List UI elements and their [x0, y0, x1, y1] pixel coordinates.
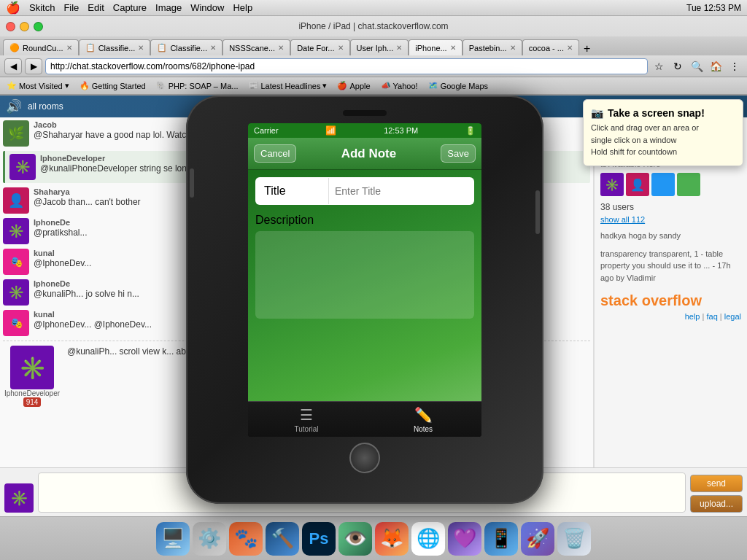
- dock-firefox[interactable]: 🦊: [375, 522, 409, 556]
- menu-file[interactable]: File: [63, 2, 79, 13]
- volume-button[interactable]: [190, 168, 194, 198]
- iphone-speaker: [343, 110, 387, 116]
- tab-0[interactable]: 🟠 RoundCu... ✕: [3, 39, 79, 55]
- bookmark-icon-2: 🐘: [156, 81, 166, 90]
- home-button[interactable]: 🏠: [708, 58, 724, 74]
- tab-close-3[interactable]: ✕: [278, 44, 284, 52]
- tab-close-5[interactable]: ✕: [396, 44, 402, 52]
- speaker-icon: 🔊: [6, 98, 22, 114]
- back-button[interactable]: ◀: [4, 58, 22, 74]
- iphone-home-button[interactable]: [349, 443, 380, 473]
- bookmark-php-soap[interactable]: 🐘 PHP: SOAP – Ma...: [152, 79, 242, 92]
- bookmark-google-maps[interactable]: 🗺️ Google Maps: [425, 79, 492, 92]
- apple-menu[interactable]: 🍎: [6, 1, 20, 15]
- tab-close-7[interactable]: ✕: [510, 44, 516, 52]
- bookmark-most-visited[interactable]: ⭐ Most Visited ▾: [3, 79, 73, 92]
- bookmark-icon-3: 📰: [249, 81, 259, 90]
- menu-capture[interactable]: Capture: [113, 2, 147, 13]
- message-badge: 914: [23, 397, 42, 407]
- tab-7[interactable]: Pastebin... ✕: [462, 39, 522, 55]
- tab-close-4[interactable]: ✕: [338, 44, 344, 52]
- close-window-button[interactable]: [6, 22, 15, 31]
- iphone-body: Carrier 📶 12:53 PM 🔋 Cancel Add Note Sav…: [186, 96, 543, 504]
- maximize-window-button[interactable]: [34, 22, 43, 31]
- bookmark-getting-started[interactable]: 🔥 Getting Started: [76, 79, 150, 92]
- menu-skitch[interactable]: Skitch: [29, 2, 55, 13]
- new-tab-button[interactable]: +: [579, 42, 595, 55]
- faq-link[interactable]: faq: [706, 312, 717, 321]
- ios-tab-notes[interactable]: ✏️ Notes: [365, 402, 481, 437]
- tooltip-popup: 📷 Take a screen snap! Click and drag ove…: [583, 99, 743, 166]
- dock-app-purple[interactable]: 💜: [448, 522, 481, 556]
- tab-favicon-2: 📋: [157, 43, 167, 53]
- ios-tab-tutorial-label: Tutorial: [295, 425, 319, 433]
- ios-description-input[interactable]: [255, 231, 474, 319]
- tab-1[interactable]: 📋 Classifie... ✕: [79, 39, 151, 55]
- tab-close-0[interactable]: ✕: [66, 44, 72, 52]
- menu-image[interactable]: Image: [155, 2, 182, 13]
- bookmark-icon-5: 📣: [381, 81, 391, 90]
- ios-title-input[interactable]: [328, 178, 474, 204]
- all-rooms-link[interactable]: all rooms: [28, 101, 63, 112]
- tab-4[interactable]: Date For... ✕: [290, 39, 349, 55]
- bookmark-latest-headlines[interactable]: 📰 Latest Headlines ▾: [245, 79, 331, 92]
- tab-close-8[interactable]: ✕: [567, 44, 573, 52]
- dock-app-blue[interactable]: 📱: [484, 522, 518, 556]
- browser-titlebar: iPhone / iPad | chat.stackoverflow.com: [0, 16, 747, 36]
- show-all: show all 112: [600, 215, 741, 224]
- dock-trash[interactable]: 🗑️: [557, 522, 591, 556]
- menubar-right: Tue 12:53 PM: [686, 3, 741, 13]
- bookmark-star-button[interactable]: ☆: [651, 58, 667, 74]
- show-all-link[interactable]: show all 112: [600, 215, 645, 224]
- menu-help[interactable]: Help: [233, 2, 252, 13]
- browser-title: iPhone / iPad | chat.stackoverflow.com: [298, 21, 448, 31]
- bookmark-apple[interactable]: 🍎 Apple: [333, 79, 374, 92]
- send-button[interactable]: send: [690, 475, 743, 492]
- help-link[interactable]: help: [685, 312, 700, 321]
- browser-toolbar: ◀ ▶ ☆ ↻ 🔍 🏠 ⋮: [0, 55, 747, 77]
- dock-preview[interactable]: 👁️: [338, 522, 372, 556]
- tab-3[interactable]: NSSScane... ✕: [222, 39, 290, 55]
- dock-photoshop[interactable]: Ps: [302, 522, 336, 556]
- tooltip-line-0: Click and drag over an area or: [591, 122, 735, 134]
- ios-cancel-button[interactable]: Cancel: [254, 144, 296, 163]
- bookmark-yahoo[interactable]: 📣 Yahoo!: [377, 79, 422, 92]
- ios-tab-tutorial[interactable]: ☰ Tutorial: [248, 402, 365, 437]
- tab-2[interactable]: 📋 Classifie... ✕: [150, 39, 222, 55]
- tab-close-2[interactable]: ✕: [210, 44, 216, 52]
- dock-launchpad[interactable]: 🚀: [521, 522, 554, 556]
- user-avatar: 👤: [626, 173, 649, 196]
- search-button[interactable]: 🔍: [689, 58, 705, 74]
- dock-xcode[interactable]: 🔨: [266, 522, 299, 556]
- tab-label-6: iPhone...: [415, 44, 446, 52]
- browser-content: 🔊 all rooms 🌿 Jacob @Shaharyar have a go…: [0, 96, 747, 517]
- tab-label-1: Classifie...: [98, 44, 136, 52]
- sidebar-transparency-note: transparency transparent, 1 - table prop…: [600, 248, 741, 284]
- url-bar[interactable]: [45, 58, 648, 74]
- tab-8[interactable]: cocoa - ... ✕: [522, 39, 579, 55]
- bookmark-icon-1: 🔥: [80, 81, 90, 90]
- minimize-window-button[interactable]: [20, 22, 29, 31]
- power-button[interactable]: [535, 190, 540, 234]
- upload-button[interactable]: upload...: [690, 495, 743, 513]
- dock-finder[interactable]: 🖥️: [156, 522, 190, 556]
- tab-favicon-1: 📋: [85, 43, 96, 53]
- dock-system-prefs[interactable]: ⚙️: [193, 522, 226, 556]
- reload-button[interactable]: ↻: [670, 58, 686, 74]
- bookmark-arrow-0: ▾: [65, 81, 69, 90]
- tab-5[interactable]: User Iph... ✕: [350, 39, 409, 55]
- dock-chrome[interactable]: 🌐: [411, 522, 445, 556]
- tab-close-6[interactable]: ✕: [450, 44, 456, 52]
- ios-description-label: Description: [255, 214, 474, 227]
- tab-close-1[interactable]: ✕: [138, 44, 144, 52]
- menu-edit[interactable]: Edit: [88, 2, 104, 13]
- ios-save-button[interactable]: Save: [441, 144, 476, 163]
- legal-link[interactable]: legal: [724, 312, 741, 321]
- dock-app-3[interactable]: 🐾: [229, 522, 263, 556]
- tab-6[interactable]: iPhone... ✕: [409, 39, 462, 55]
- tab-label-8: cocoa - ...: [529, 44, 564, 52]
- forward-button[interactable]: ▶: [25, 58, 42, 74]
- user-avatar-input: ✳️: [4, 483, 34, 513]
- menu-window[interactable]: Window: [190, 2, 224, 13]
- menu-button[interactable]: ⋮: [727, 58, 743, 74]
